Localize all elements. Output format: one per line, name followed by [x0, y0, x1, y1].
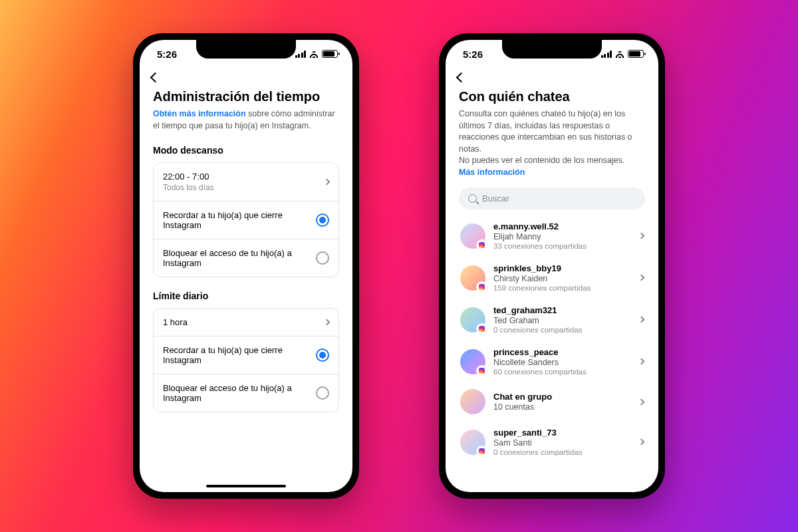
chevron-left-icon [456, 72, 467, 83]
contact-username: e.manny.well.52 [493, 221, 631, 231]
option-label: Bloquear el acceso de tu hijo(a) a Insta… [163, 383, 311, 403]
sleep-mode-group: 22:00 - 7:00 Todos los días Recordar a t… [153, 162, 339, 277]
screen-left: 5:26 Administración del tiempo Obtén más… [140, 40, 352, 492]
status-icons [295, 50, 338, 58]
contact-name: Elijah Manny [493, 232, 631, 241]
chevron-right-icon [324, 319, 331, 326]
radio-unselected-icon [316, 251, 329, 265]
chevron-right-icon [638, 398, 645, 405]
sleep-option-remind[interactable]: Recordar a tu hijo(a) que cierre Instagr… [154, 201, 338, 239]
contact-username: ted_graham321 [493, 305, 631, 315]
limit-option-block[interactable]: Bloquear el acceso de tu hijo(a) a Insta… [154, 374, 338, 412]
contact-texts: ted_graham321Ted Graham0 conexiones comp… [493, 305, 631, 334]
instagram-badge-icon [477, 446, 487, 456]
contact-texts: Chat en grupo10 cuentas [493, 392, 631, 412]
contact-sub: 0 conexiones compartidas [493, 326, 631, 334]
section-sleep-mode-label: Modo descanso [153, 145, 339, 156]
chevron-right-icon [638, 275, 645, 281]
contact-texts: super_santi_73Sam Santi0 conexiones comp… [493, 428, 631, 456]
contact-username: super_santi_73 [493, 428, 631, 438]
section-daily-limit-label: Límite diario [153, 291, 339, 301]
signal-icon [295, 51, 307, 58]
avatar [460, 307, 485, 332]
notch [196, 40, 296, 59]
contact-row[interactable]: super_santi_73Sam Santi0 conexiones comp… [459, 421, 645, 463]
page-title: Administración del tiempo [153, 89, 339, 104]
contact-name: Chirsty Kaiden [493, 274, 631, 283]
chevron-left-icon [150, 72, 161, 83]
limit-option-remind[interactable]: Recordar a tu hijo(a) que cierre Instagr… [154, 336, 338, 374]
daily-limit-group: 1 hora Recordar a tu hijo(a) que cierre … [153, 308, 339, 412]
avatar [460, 389, 485, 414]
sleep-sub: Todos los días [163, 183, 319, 192]
contact-name: Nicollete Sanders [493, 358, 631, 367]
instagram-badge-icon [477, 324, 487, 334]
home-indicator[interactable] [206, 485, 286, 487]
page-title: Con quién chatea [459, 89, 645, 104]
phone-left: 5:26 Administración del tiempo Obtén más… [133, 33, 359, 499]
chevron-right-icon [324, 179, 331, 186]
sleep-schedule-row[interactable]: 22:00 - 7:00 Todos los días [154, 163, 338, 201]
contact-sub: 159 conexiones compartidas [493, 284, 631, 292]
chevron-right-icon [638, 233, 645, 239]
status-icons [601, 50, 644, 58]
contact-row[interactable]: ted_graham321Ted Graham0 conexiones comp… [459, 299, 645, 340]
contact-list: e.manny.well.52Elijah Manny33 conexiones… [459, 215, 645, 463]
contact-sub: 60 conexiones compartidas [493, 368, 631, 376]
subtitle-main: Consulta con quiénes chateó tu hijo(a) e… [459, 109, 632, 154]
contact-username: Chat en grupo [493, 392, 631, 402]
option-label: Bloquear el acceso de tu hijo(a) a Insta… [163, 248, 311, 268]
avatar [460, 223, 485, 249]
search-input[interactable]: Buscar [459, 188, 645, 209]
contact-row[interactable]: princess_peaceNicollete Sanders60 conexi… [459, 340, 645, 382]
contact-name: Ted Graham [493, 316, 631, 325]
contact-sub: 33 conexiones compartidas [493, 242, 631, 250]
learn-more-link[interactable]: Más información [459, 168, 525, 177]
wifi-icon [614, 50, 625, 58]
sleep-option-block[interactable]: Bloquear el acceso de tu hijo(a) a Insta… [154, 239, 338, 277]
avatar [460, 430, 485, 455]
avatar [460, 349, 485, 374]
status-time: 5:26 [463, 49, 483, 60]
contact-texts: princess_peaceNicollete Sanders60 conexi… [493, 347, 631, 376]
contact-username: sprinkles_bby19 [493, 263, 631, 273]
screen-right: 5:26 Con quién chatea Consulta con quién… [446, 40, 658, 492]
limit-value: 1 hora [163, 317, 319, 327]
contact-row[interactable]: e.manny.well.52Elijah Manny33 conexiones… [459, 215, 645, 257]
nav-back[interactable] [446, 68, 658, 84]
instagram-badge-icon [477, 366, 487, 376]
avatar [460, 265, 485, 291]
option-label: Recordar a tu hijo(a) que cierre Instagr… [163, 345, 311, 365]
page-subtitle: Obtén más información sobre cómo adminis… [153, 108, 339, 132]
battery-icon [628, 50, 644, 58]
chevron-right-icon [638, 358, 645, 365]
search-placeholder: Buscar [482, 194, 509, 203]
radio-unselected-icon [316, 386, 329, 400]
page-subtitle: Consulta con quiénes chateó tu hijo(a) e… [459, 108, 645, 178]
battery-icon [322, 50, 338, 58]
wifi-icon [309, 50, 319, 58]
contact-username: princess_peace [493, 347, 631, 357]
chevron-right-icon [638, 439, 645, 446]
contact-row[interactable]: Chat en grupo10 cuentas [459, 382, 645, 421]
sleep-range: 22:00 - 7:00 [163, 172, 319, 182]
contact-row[interactable]: sprinkles_bby19Chirsty Kaiden159 conexio… [459, 257, 645, 299]
option-label: Recordar a tu hijo(a) que cierre Instagr… [163, 210, 311, 230]
contact-name: 10 cuentas [493, 402, 631, 412]
notch [502, 40, 602, 59]
instagram-badge-icon [477, 240, 487, 250]
search-icon [468, 194, 477, 203]
status-time: 5:26 [157, 49, 177, 60]
phone-right: 5:26 Con quién chatea Consulta con quién… [439, 33, 665, 499]
contact-name: Sam Santi [493, 438, 631, 448]
radio-selected-icon [316, 348, 329, 362]
radio-selected-icon [316, 213, 329, 227]
daily-limit-row[interactable]: 1 hora [154, 309, 338, 336]
signal-icon [601, 51, 612, 58]
contact-sub: 0 conexiones compartidas [493, 448, 631, 456]
nav-back[interactable] [140, 68, 352, 84]
chevron-right-icon [638, 317, 645, 323]
learn-more-link[interactable]: Obtén más información [153, 109, 246, 118]
instagram-badge-icon [477, 282, 487, 292]
contact-texts: sprinkles_bby19Chirsty Kaiden159 conexio… [493, 263, 631, 292]
